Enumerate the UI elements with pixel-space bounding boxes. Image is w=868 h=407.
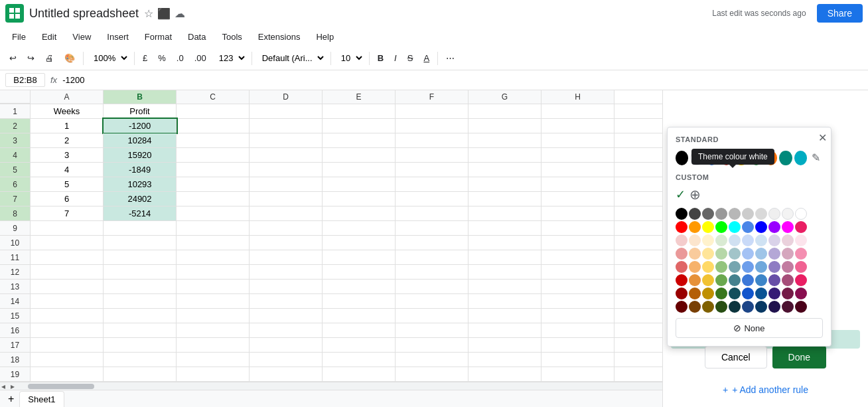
share-button[interactable]: Share: [817, 4, 863, 23]
add-rule-button[interactable]: + + Add another rule: [723, 384, 808, 395]
cell-a9[interactable]: [31, 221, 104, 235]
formula-input[interactable]: [62, 75, 863, 85]
cell-e16[interactable]: [323, 323, 396, 337]
cell-c3[interactable]: [177, 133, 250, 147]
cell-h6[interactable]: [542, 177, 615, 191]
col-header-b[interactable]: B: [104, 90, 177, 104]
cell-b1[interactable]: Profit: [104, 104, 177, 118]
cell-h2[interactable]: [542, 119, 615, 133]
cell-d13[interactable]: [250, 280, 323, 293]
cell-c6[interactable]: [177, 177, 250, 191]
color-cell-5-3[interactable]: [715, 274, 727, 286]
cell-a5[interactable]: 4: [31, 163, 104, 177]
cell-c13[interactable]: [177, 280, 250, 293]
color-cell-0-3[interactable]: [715, 208, 727, 220]
cell-c19[interactable]: [177, 367, 250, 381]
redo-button[interactable]: ↪: [23, 50, 38, 66]
color-cell-6-4[interactable]: [729, 287, 741, 299]
bookmark-icon[interactable]: ⬛: [157, 7, 171, 20]
cell-d3[interactable]: [250, 133, 323, 147]
color-cell-1-1[interactable]: [689, 221, 701, 233]
bold-button[interactable]: B: [374, 50, 388, 66]
color-cell-0-1[interactable]: [689, 208, 701, 220]
cell-f17[interactable]: [396, 338, 469, 352]
cell-c17[interactable]: [177, 338, 250, 352]
cell-h17[interactable]: [542, 338, 615, 352]
cell-g1[interactable]: [469, 104, 542, 118]
cell-e8[interactable]: [323, 206, 396, 220]
color-cell-3-9[interactable]: [795, 248, 807, 260]
cell-h9[interactable]: [542, 221, 615, 235]
cell-e9[interactable]: [323, 221, 396, 235]
cell-g14[interactable]: [469, 294, 542, 308]
color-cell-1-0[interactable]: [676, 221, 687, 233]
cell-a8[interactable]: 7: [31, 206, 104, 220]
std-color-red[interactable]: [720, 151, 733, 165]
cell-b11[interactable]: [104, 250, 177, 264]
std-color-orange[interactable]: [764, 151, 777, 165]
color-cell-1-7[interactable]: [768, 221, 780, 233]
cell-b3[interactable]: 10284: [104, 133, 177, 147]
cell-h3[interactable]: [542, 133, 615, 147]
cell-g5[interactable]: [469, 163, 542, 177]
color-cell-7-2[interactable]: [702, 301, 714, 313]
zoom-select[interactable]: 100%: [88, 50, 130, 66]
cell-f3[interactable]: [396, 133, 469, 147]
color-cell-7-7[interactable]: [768, 301, 780, 313]
cell-a17[interactable]: [31, 338, 104, 352]
color-cell-0-0[interactable]: [676, 208, 687, 220]
cell-c5[interactable]: [177, 163, 250, 177]
cell-a13[interactable]: [31, 280, 104, 293]
color-cell-4-8[interactable]: [782, 261, 794, 273]
menu-help[interactable]: Help: [309, 29, 340, 44]
cell-e6[interactable]: [323, 177, 396, 191]
color-cell-5-0[interactable]: [676, 274, 687, 286]
cell-b15[interactable]: [104, 309, 177, 323]
color-cell-2-4[interactable]: [729, 234, 741, 246]
menu-extensions[interactable]: Extensions: [252, 29, 307, 44]
cell-e1[interactable]: [323, 104, 396, 118]
strikethrough-button[interactable]: S: [403, 50, 417, 66]
percent-button[interactable]: %: [154, 50, 170, 66]
color-cell-1-9[interactable]: [795, 221, 807, 233]
cell-h5[interactable]: [542, 163, 615, 177]
cell-e13[interactable]: [323, 280, 396, 293]
color-cell-0-9[interactable]: [795, 208, 807, 220]
color-cell-1-4[interactable]: [729, 221, 741, 233]
col-header-d[interactable]: D: [250, 90, 323, 104]
color-cell-0-4[interactable]: [729, 208, 741, 220]
cell-f8[interactable]: [396, 206, 469, 220]
row-header-10[interactable]: 10: [0, 236, 31, 250]
cell-h10[interactable]: [542, 236, 615, 250]
cell-h12[interactable]: [542, 265, 615, 279]
col-header-e[interactable]: E: [323, 90, 396, 104]
cell-b9[interactable]: [104, 221, 177, 235]
cell-g9[interactable]: [469, 221, 542, 235]
more-options-button[interactable]: ⋯: [442, 50, 459, 66]
cell-h16[interactable]: [542, 323, 615, 337]
row-header-7[interactable]: 7: [0, 192, 31, 206]
cell-g13[interactable]: [469, 280, 542, 293]
color-cell-2-1[interactable]: [689, 234, 701, 246]
color-cell-1-3[interactable]: [715, 221, 727, 233]
cell-d11[interactable]: [250, 250, 323, 264]
cell-f12[interactable]: [396, 265, 469, 279]
cell-e3[interactable]: [323, 133, 396, 147]
cell-a11[interactable]: [31, 250, 104, 264]
color-cell-6-1[interactable]: [689, 287, 701, 299]
cell-b16[interactable]: [104, 323, 177, 337]
cell-a19[interactable]: [31, 367, 104, 381]
cell-f16[interactable]: [396, 323, 469, 337]
cell-e15[interactable]: [323, 309, 396, 323]
cell-c1[interactable]: [177, 104, 250, 118]
color-cell-3-4[interactable]: [729, 248, 741, 260]
color-cell-0-7[interactable]: [768, 208, 780, 220]
std-color-cyan[interactable]: [794, 151, 807, 165]
cell-c14[interactable]: [177, 294, 250, 308]
cell-c15[interactable]: [177, 309, 250, 323]
dec-decrease-button[interactable]: .0: [173, 50, 188, 66]
row-header-13[interactable]: 13: [0, 280, 31, 293]
color-cell-3-3[interactable]: [715, 248, 727, 260]
print-button[interactable]: 🖨: [41, 50, 58, 66]
col-header-g[interactable]: G: [469, 90, 542, 104]
